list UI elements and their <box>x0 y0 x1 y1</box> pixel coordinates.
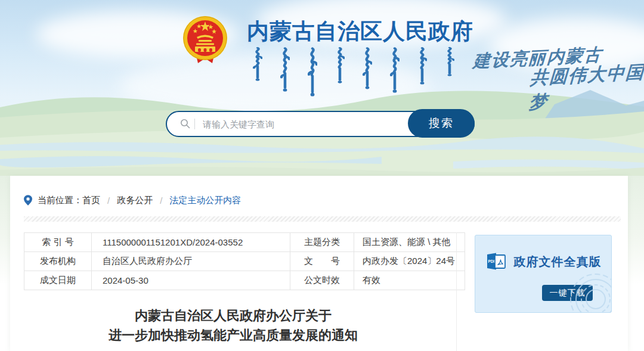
meta-value-docnum: 内政办发〔2024〕24号 <box>354 252 465 271</box>
breadcrumb-label: 当前位置： <box>38 195 82 206</box>
column-divider <box>456 232 457 351</box>
site-title[interactable]: 内蒙古自治区人民政府 <box>247 17 473 46</box>
mongolian-glyph-icon <box>280 46 290 92</box>
search-button[interactable]: 搜索 <box>408 109 475 138</box>
meta-label-docnum: 文 号 <box>290 252 354 271</box>
mongolian-script <box>252 46 466 100</box>
breadcrumb: 当前位置： 首页 / 政务公开 / 法定主动公开内容 <box>24 195 241 206</box>
meta-label-category: 主题分类 <box>290 233 354 252</box>
table-row: 发布机构 自治区人民政府办公厅 文 号 内政办发〔2024〕24号 <box>24 252 465 271</box>
breadcrumb-separator: / <box>160 195 162 206</box>
search-icon <box>180 119 190 129</box>
content-panel: 当前位置： 首页 / 政务公开 / 法定主动公开内容 索 引 号 1115000… <box>10 176 628 351</box>
search-bar: 搜索 <box>166 111 475 137</box>
card-header: PDF 政府文件全真版 <box>475 252 611 271</box>
document-meta-table: 索 引 号 1115000001151201XD/2024-03552 主题分类… <box>24 232 465 290</box>
meta-value-index: 1115000001151201XD/2024-03552 <box>92 233 290 252</box>
mongolian-glyph-icon <box>445 46 454 76</box>
document-title: 内蒙古自治区人民政府办公厅关于 进一步加快推动氢能产业高质量发展的通知 <box>24 306 442 345</box>
meta-label-issuer: 发布机构 <box>24 252 92 271</box>
breadcrumb-item-govinfo[interactable]: 政务公开 <box>117 195 153 206</box>
mongolian-glyph-icon <box>308 46 317 97</box>
table-row: 索 引 号 1115000001151201XD/2024-03552 主题分类… <box>24 233 465 252</box>
search-input[interactable] <box>202 115 401 133</box>
card-title: 政府文件全真版 <box>514 254 602 270</box>
table-row: 成文日期 2024-05-30 公文时效 有效 <box>24 271 465 290</box>
breadcrumb-separator: / <box>107 195 110 206</box>
pdf-fulltext-card[interactable]: PDF 政府文件全真版 一键下载 <box>475 235 612 313</box>
document-title-line2: 进一步加快推动氢能产业高质量发展的通知 <box>24 325 442 345</box>
meta-value-category: 国土资源、能源 \ 其他 <box>354 233 465 252</box>
meta-label-date: 成文日期 <box>24 271 92 290</box>
meta-value-validity: 有效 <box>354 271 465 290</box>
breadcrumb-item-current[interactable]: 法定主动公开内容 <box>169 195 241 206</box>
meta-value-date: 2024-05-30 <box>92 271 290 290</box>
mongolian-glyph-icon <box>363 46 372 89</box>
meta-label-validity: 公文时效 <box>290 271 354 290</box>
ornament-pattern-icon <box>567 271 612 313</box>
search-divider <box>194 119 195 129</box>
location-pin-icon <box>24 195 32 206</box>
mongolian-glyph-icon <box>390 46 400 93</box>
mongolian-glyph-icon <box>417 46 427 85</box>
mongolian-glyph-icon <box>253 46 262 81</box>
slogan-line2: 共圆伟大中国梦 <box>528 60 644 115</box>
meta-label-index: 索 引 号 <box>24 233 92 252</box>
document-title-line1: 内蒙古自治区人民政府办公厅关于 <box>24 306 442 325</box>
meta-value-issuer: 自治区人民政府办公厅 <box>92 252 290 271</box>
hatched-divider <box>24 216 621 222</box>
breadcrumb-item-home[interactable]: 首页 <box>82 195 100 206</box>
mongolian-glyph-icon <box>335 46 345 83</box>
pdf-file-icon: PDF <box>485 252 508 271</box>
national-emblem-icon <box>181 14 229 67</box>
